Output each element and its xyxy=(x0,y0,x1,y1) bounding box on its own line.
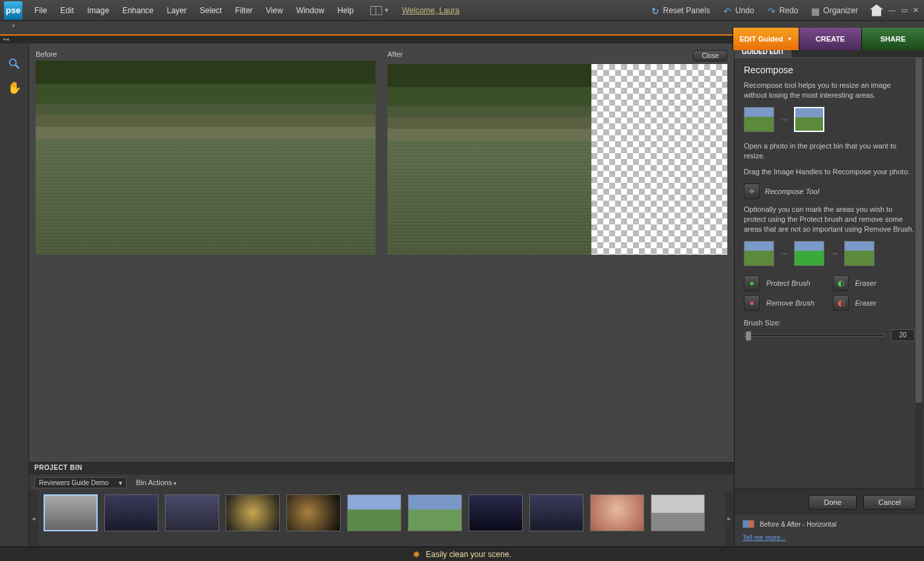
project-bin: PROJECT BIN Reviewers Guide Demo▾ Bin Ac… xyxy=(29,462,734,546)
arrow-icon: → xyxy=(830,248,839,259)
menu-layer[interactable]: Layer xyxy=(160,0,193,21)
bin-thumb-10[interactable] xyxy=(590,494,644,531)
view-mode-icon[interactable] xyxy=(742,520,754,528)
tab-create[interactable]: CREATE xyxy=(799,28,861,50)
bin-thumb-6[interactable] xyxy=(347,494,401,531)
recompose-tool-button[interactable]: ✧ xyxy=(744,183,760,199)
status-bar: ✸ Easily clean your scene. xyxy=(0,546,924,561)
menu-select[interactable]: Select xyxy=(193,0,228,21)
layout-dropdown-icon[interactable] xyxy=(370,6,382,15)
done-button[interactable]: Done xyxy=(808,495,856,510)
menu-bar: pse File Edit Image Enhance Layer Select… xyxy=(0,0,924,21)
bin-thumb-4[interactable] xyxy=(226,494,280,531)
bin-thumb-7[interactable] xyxy=(408,494,462,531)
before-image[interactable] xyxy=(36,61,376,255)
menu-window[interactable]: Window xyxy=(290,0,331,21)
minimize-button[interactable]: — xyxy=(888,6,896,15)
tool-strip: ✋ xyxy=(0,44,29,546)
home-icon[interactable] xyxy=(870,5,883,16)
undo-button[interactable]: Undo xyxy=(717,6,761,15)
undo-icon xyxy=(723,6,733,15)
protect-eraser-label: Eraser xyxy=(855,279,915,287)
after-image[interactable] xyxy=(387,64,727,255)
bin-thumb-3[interactable] xyxy=(165,494,219,531)
bin-thumb-5[interactable] xyxy=(286,494,341,531)
brush-example-1 xyxy=(744,241,774,266)
protect-brush-button[interactable]: ● xyxy=(744,275,760,291)
brush-size-input[interactable]: 20 xyxy=(891,329,915,341)
before-panel: Before xyxy=(36,50,376,255)
menu-file[interactable]: File xyxy=(28,0,53,21)
close-window-button[interactable]: ✕ xyxy=(913,6,919,15)
magnifier-icon xyxy=(8,57,21,71)
protect-eraser-button[interactable]: ◐ xyxy=(833,275,849,291)
redo-button[interactable]: Redo xyxy=(761,6,805,15)
redo-icon xyxy=(768,6,777,15)
reset-panels-button[interactable]: Reset Panels xyxy=(645,6,717,15)
reset-icon xyxy=(651,6,661,15)
guided-intro: Recompose tool helps you to resize an im… xyxy=(744,81,915,100)
menu-edit[interactable]: Edit xyxy=(53,0,81,21)
arrow-icon: → xyxy=(779,114,789,125)
tab-edit[interactable]: EDIT Guided xyxy=(733,28,799,50)
canvas-area: Before After Close xyxy=(29,44,734,257)
before-label: Before xyxy=(36,50,57,58)
status-text: Easily clean your scene. xyxy=(426,550,511,559)
remove-eraser-label: Eraser xyxy=(855,299,915,307)
remove-eraser-button[interactable]: ◐ xyxy=(833,295,849,311)
brush-example-3 xyxy=(844,241,874,266)
hand-tool[interactable]: ✋ xyxy=(7,81,22,95)
bin-thumb-1[interactable] xyxy=(44,494,98,531)
brush-example-2 xyxy=(794,241,824,266)
organizer-button[interactable]: Organizer xyxy=(805,6,865,15)
transparent-area xyxy=(591,64,727,255)
collapse-left-icon[interactable]: ◂◂ xyxy=(3,36,9,42)
app-logo: pse xyxy=(4,1,22,20)
mode-tabs: EDIT Guided CREATE SHARE xyxy=(733,28,924,50)
menu-enhance[interactable]: Enhance xyxy=(116,0,160,21)
tab-share[interactable]: SHARE xyxy=(861,28,924,50)
menu-help[interactable]: Help xyxy=(331,0,360,21)
guided-step1: Open a photo in the project bin that you… xyxy=(744,141,915,161)
guided-title: Recompose xyxy=(744,65,915,75)
bin-thumb-11[interactable] xyxy=(651,494,705,531)
close-preview-button[interactable]: Close xyxy=(693,50,727,61)
bin-scroll-right[interactable]: ▸ xyxy=(725,490,734,546)
cancel-button[interactable]: Cancel xyxy=(863,495,916,510)
bin-thumb-8[interactable] xyxy=(469,494,523,531)
bin-scroll-left[interactable]: ◂ xyxy=(29,490,38,546)
window-controls: — ▭ ✕ xyxy=(888,6,924,15)
menu-filter[interactable]: Filter xyxy=(228,0,259,21)
guided-edit-body: Recompose Recompose tool helps you to re… xyxy=(735,58,924,488)
svg-point-0 xyxy=(9,59,16,66)
options-dropdown-icon[interactable]: ▾ xyxy=(0,22,15,29)
menu-image[interactable]: Image xyxy=(81,0,116,21)
guided-edit-panel: GUIDED EDIT Recompose Recompose tool hel… xyxy=(734,44,924,546)
protect-brush-label: Protect Brush xyxy=(766,279,826,287)
organizer-icon xyxy=(811,6,820,15)
panel-scrollbar[interactable] xyxy=(915,58,923,488)
view-mode-label: Before & After - Horizontal xyxy=(760,521,836,528)
maximize-button[interactable]: ▭ xyxy=(901,6,908,15)
tell-me-more-link[interactable]: Tell me more... xyxy=(742,534,786,541)
project-bin-dropdown[interactable]: Reviewers Guide Demo▾ xyxy=(34,477,127,488)
arrow-icon: → xyxy=(779,248,789,259)
project-bin-thumbnails xyxy=(38,490,725,546)
brush-size-slider[interactable] xyxy=(744,334,884,337)
zoom-tool[interactable] xyxy=(7,57,22,71)
recompose-tool-label: Recompose Tool xyxy=(765,187,819,195)
bin-thumb-2[interactable] xyxy=(104,494,158,531)
after-label: After xyxy=(387,50,403,61)
brush-size-label: Brush Size: xyxy=(744,319,915,327)
bin-actions-menu[interactable]: Bin Actions ▾ xyxy=(136,478,176,486)
menu-view[interactable]: View xyxy=(259,0,290,21)
guided-optional: Optionally you can mark the areas you wi… xyxy=(744,205,915,234)
guided-step2: Drag the Image Handles to Recompose your… xyxy=(744,167,915,177)
remove-brush-button[interactable]: ● xyxy=(744,295,760,311)
svg-line-1 xyxy=(15,65,18,69)
bin-thumb-9[interactable] xyxy=(529,494,583,531)
welcome-link[interactable]: Welcome, Laura xyxy=(402,6,459,15)
project-bin-header: PROJECT BIN xyxy=(29,463,734,475)
tip-icon: ✸ xyxy=(412,549,420,560)
hand-icon: ✋ xyxy=(7,81,22,95)
